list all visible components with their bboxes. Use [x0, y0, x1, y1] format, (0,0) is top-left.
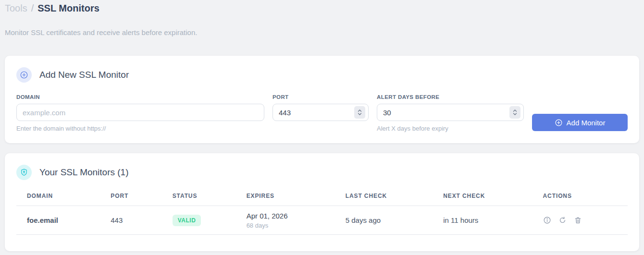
- cell-status: VALID: [162, 206, 236, 235]
- cell-last-check: 5 days ago: [335, 206, 433, 235]
- breadcrumb-tools-link[interactable]: Tools: [5, 3, 27, 14]
- chevron-up-icon: [358, 109, 362, 112]
- expires-days-remaining: 68 days: [247, 222, 335, 229]
- cell-expires: Apr 01, 2026 68 days: [236, 206, 335, 235]
- domain-input[interactable]: [16, 104, 264, 121]
- page-title: SSL Monitors: [37, 3, 99, 14]
- column-header-expires: EXPIRES: [236, 193, 335, 206]
- cell-actions: [533, 206, 628, 235]
- column-header-port: PORT: [100, 193, 161, 206]
- monitors-table: DOMAIN PORT STATUS EXPIRES LAST CHECK NE…: [16, 193, 628, 235]
- alert-days-field-group: ALERT DAYS BEFORE Alert X days before ex…: [377, 94, 524, 132]
- plus-circle-icon: [16, 67, 32, 83]
- port-field-group: PORT: [272, 94, 369, 132]
- expires-date: Apr 01, 2026: [247, 212, 335, 220]
- add-monitor-card: Add New SSL Monitor DOMAIN Enter the dom…: [5, 56, 639, 143]
- cell-port: 443: [100, 206, 161, 235]
- table-header-row: DOMAIN PORT STATUS EXPIRES LAST CHECK NE…: [16, 193, 628, 206]
- info-button[interactable]: [543, 216, 551, 224]
- alert-days-input[interactable]: [377, 104, 524, 121]
- column-header-last-check: LAST CHECK: [335, 193, 433, 206]
- alert-days-stepper[interactable]: [509, 106, 520, 119]
- trash-icon: [574, 216, 582, 224]
- ssl-monitors-page: Tools / SSL Monitors Monitor SSL certifi…: [0, 0, 644, 251]
- add-monitor-title: Add New SSL Monitor: [39, 70, 129, 80]
- page-subtitle: Monitor SSL certificates and receive ale…: [5, 28, 639, 36]
- table-row: foe.email 443 VALID Apr 01, 2026 68 days…: [16, 206, 628, 235]
- domain-helper-text: Enter the domain without https://: [16, 125, 264, 132]
- chevron-up-icon: [513, 109, 517, 112]
- monitors-list-header: Your SSL Monitors (1): [16, 165, 628, 180]
- port-label: PORT: [272, 94, 369, 100]
- status-badge: VALID: [173, 215, 201, 226]
- chevron-down-icon: [358, 113, 362, 115]
- chevron-down-icon: [513, 113, 517, 115]
- column-header-status: STATUS: [162, 193, 236, 206]
- delete-button[interactable]: [574, 216, 582, 224]
- breadcrumb: Tools / SSL Monitors: [5, 3, 639, 14]
- row-actions: [543, 216, 628, 224]
- cell-domain: foe.email: [16, 206, 100, 235]
- monitors-list-title: Your SSL Monitors (1): [39, 167, 129, 178]
- column-header-next-check: NEXT CHECK: [433, 193, 532, 206]
- column-header-actions: ACTIONS: [533, 193, 628, 206]
- add-monitor-button[interactable]: Add Monitor: [532, 114, 628, 131]
- plus-circle-icon: [555, 119, 563, 127]
- column-header-domain: DOMAIN: [16, 193, 100, 206]
- info-icon: [543, 216, 551, 224]
- refresh-icon: [558, 216, 567, 224]
- cell-next-check: in 11 hours: [433, 206, 532, 235]
- add-monitor-button-label: Add Monitor: [567, 119, 606, 127]
- breadcrumb-separator: /: [31, 3, 34, 14]
- add-monitor-form: DOMAIN Enter the domain without https://…: [16, 94, 628, 132]
- shield-lock-icon: [16, 165, 32, 180]
- add-monitor-header: Add New SSL Monitor: [16, 67, 628, 83]
- port-stepper[interactable]: [354, 106, 365, 119]
- alert-days-helper-text: Alert X days before expiry: [377, 125, 524, 132]
- domain-field-group: DOMAIN Enter the domain without https://: [16, 94, 264, 132]
- domain-label: DOMAIN: [16, 94, 264, 100]
- refresh-button[interactable]: [558, 216, 567, 224]
- alert-days-label: ALERT DAYS BEFORE: [377, 94, 524, 100]
- monitors-list-card: Your SSL Monitors (1) DOMAIN PORT STATUS…: [5, 153, 639, 251]
- port-helper-spacer: [272, 125, 369, 132]
